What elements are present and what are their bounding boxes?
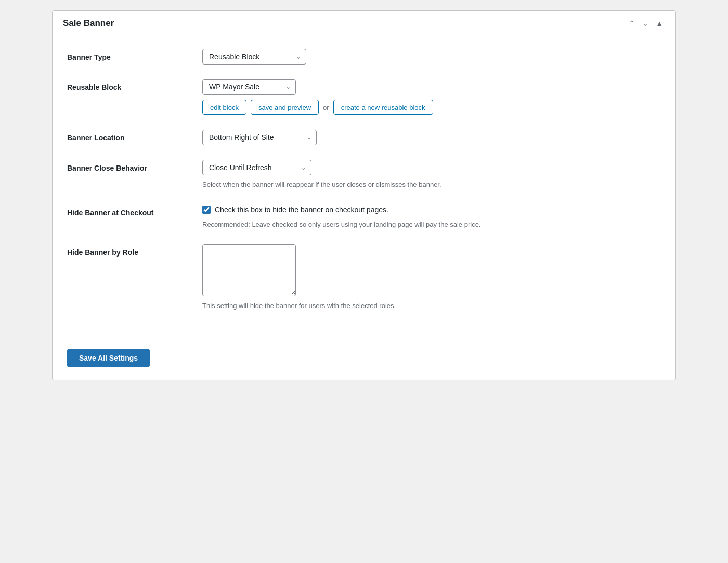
banner-close-description: Select when the banner will reappear if … xyxy=(202,180,566,190)
banner-close-row: Banner Close Behavior Close Until Refres… xyxy=(67,160,661,190)
hide-role-select[interactable] xyxy=(202,244,296,296)
banner-type-label: Banner Type xyxy=(67,49,202,61)
hide-role-label: Hide Banner by Role xyxy=(67,244,202,257)
banner-location-control: Bottom Right of Site Bottom Left of Site… xyxy=(202,130,661,145)
panel-collapse-button[interactable]: ▲ xyxy=(654,19,665,28)
hide-checkout-label: Hide Banner at Checkout xyxy=(67,204,202,217)
banner-type-select[interactable]: Reusable Block Custom HTML Image xyxy=(202,49,306,65)
hide-checkout-description: Recommended: Leave checked so only users… xyxy=(202,220,566,230)
banner-close-label: Banner Close Behavior xyxy=(67,160,202,172)
hide-role-row: Hide Banner by Role This setting will hi… xyxy=(67,244,661,311)
hide-checkout-checkbox[interactable] xyxy=(202,206,211,214)
panel-up-button[interactable]: ⌃ xyxy=(627,19,637,28)
banner-location-label: Banner Location xyxy=(67,130,202,142)
banner-location-select[interactable]: Bottom Right of Site Bottom Left of Site… xyxy=(202,130,317,145)
action-separator: or xyxy=(323,104,329,111)
hide-checkout-control: Check this box to hide the banner on che… xyxy=(202,204,661,230)
panel-header: Sale Banner ⌃ ⌄ ▲ xyxy=(53,11,675,36)
banner-close-control: Close Until Refresh Close for Session Cl… xyxy=(202,160,661,190)
sale-banner-panel: Sale Banner ⌃ ⌄ ▲ Banner Type Reusable B… xyxy=(52,10,676,380)
save-preview-button[interactable]: save and preview xyxy=(251,100,319,115)
banner-close-select-wrapper: Close Until Refresh Close for Session Cl… xyxy=(202,160,311,175)
reusable-block-select[interactable]: WP Mayor Sale Block 2 Block 3 xyxy=(202,79,296,95)
banner-type-select-wrapper: Reusable Block Custom HTML Image ⌄ xyxy=(202,49,306,65)
panel-body: Banner Type Reusable Block Custom HTML I… xyxy=(53,36,675,340)
hide-role-control: This setting will hide the banner for us… xyxy=(202,244,661,311)
panel-title: Sale Banner xyxy=(63,18,114,29)
edit-block-button[interactable]: edit block xyxy=(202,100,246,115)
reusable-block-row: Reusable Block WP Mayor Sale Block 2 Blo… xyxy=(67,79,661,115)
reusable-block-control: WP Mayor Sale Block 2 Block 3 ⌄ edit blo… xyxy=(202,79,661,115)
panel-down-button[interactable]: ⌄ xyxy=(640,19,651,28)
panel-controls: ⌃ ⌄ ▲ xyxy=(627,19,665,28)
panel-footer: Save All Settings xyxy=(53,340,675,380)
hide-checkout-checkbox-row: Check this box to hide the banner on che… xyxy=(202,204,661,215)
banner-location-row: Banner Location Bottom Right of Site Bot… xyxy=(67,130,661,145)
save-all-settings-button[interactable]: Save All Settings xyxy=(67,349,150,367)
hide-checkout-row: Hide Banner at Checkout Check this box t… xyxy=(67,204,661,230)
banner-type-control: Reusable Block Custom HTML Image ⌄ xyxy=(202,49,661,65)
banner-type-row: Banner Type Reusable Block Custom HTML I… xyxy=(67,49,661,65)
hide-checkout-checkbox-label: Check this box to hide the banner on che… xyxy=(215,204,388,215)
banner-location-select-wrapper: Bottom Right of Site Bottom Left of Site… xyxy=(202,130,317,145)
create-reusable-block-button[interactable]: create a new reusable block xyxy=(333,100,433,115)
reusable-block-select-wrapper: WP Mayor Sale Block 2 Block 3 ⌄ xyxy=(202,79,296,95)
hide-role-description: This setting will hide the banner for us… xyxy=(202,301,566,311)
banner-close-select[interactable]: Close Until Refresh Close for Session Cl… xyxy=(202,160,311,175)
reusable-block-actions: edit block save and preview or create a … xyxy=(202,100,661,115)
reusable-block-label: Reusable Block xyxy=(67,79,202,92)
